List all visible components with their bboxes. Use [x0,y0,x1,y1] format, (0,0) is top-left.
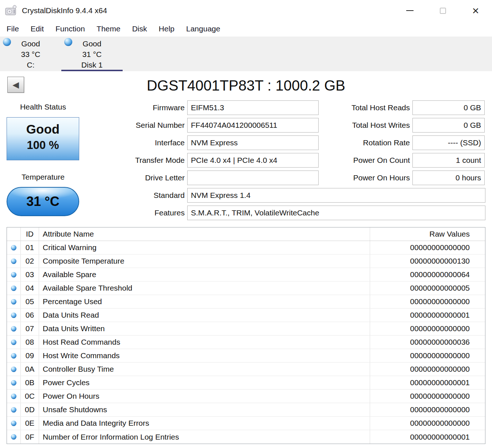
field-value-box: 0 GB [412,100,485,115]
minimize-icon [406,10,414,11]
attribute-raw-value: 00000000000064 [370,268,485,281]
disk-tabbar: Good 33 °C C: Good 31 °C Disk 1 [0,37,492,71]
attribute-id: 03 [21,268,39,281]
attribute-name: Controller Busy Time [39,363,370,376]
status-dot-cell [7,363,21,376]
back-button[interactable]: ◀ [7,77,24,93]
smart-attribute-row[interactable]: 01Critical Warning00000000000000 [7,241,485,254]
smart-attribute-row[interactable]: 0BPower Cycles00000000000001 [7,376,485,390]
field-value-box: ---- (SSD) [412,135,485,150]
field-value-box [187,171,319,185]
menu-theme[interactable]: Theme [91,22,126,35]
status-dot-cell [7,241,21,254]
good-status-icon [11,421,16,426]
smart-attribute-row[interactable]: 07Data Units Written00000000000000 [7,322,485,336]
app-icon [5,5,18,16]
attribute-raw-value: 00000000000005 [370,282,485,295]
smart-attribute-row[interactable]: 05Percentage Used00000000000000 [7,295,485,309]
temperature-label: Temperature [7,173,80,181]
menu-function[interactable]: Function [50,22,91,35]
disk-tab-c[interactable]: Good 33 °C C: [0,37,61,71]
window-title: CrystalDiskInfo 9.4.4 x64 [22,6,107,15]
info-field-row: Power On Hours0 hours [328,171,485,185]
attribute-name: Host Write Commands [39,349,370,362]
attribute-name: Host Read Commands [39,336,370,349]
disk-temperature: 33 °C [0,49,61,60]
attribute-name: Data Units Written [39,322,370,335]
info-field-row: Total Host Writes0 GB [328,118,485,133]
status-dot-cell [7,417,21,430]
status-dot-cell [7,309,21,322]
maximize-button[interactable] [426,0,459,21]
menu-edit[interactable]: Edit [25,22,50,35]
attribute-raw-value: 00000000000000 [370,241,485,254]
status-dot-cell [7,254,21,268]
good-status-icon [64,38,72,46]
disk-name: C: [0,60,61,70]
smart-attribute-row[interactable]: 0DUnsafe Shutdowns00000000000000 [7,403,485,417]
attribute-id: 04 [21,282,39,295]
smart-attribute-row[interactable]: 0CPower On Hours00000000000000 [7,390,485,403]
attribute-id: 07 [21,322,39,335]
field-value-box: S.M.A.R.T., TRIM, VolatileWriteCache [187,206,485,220]
field-label: Serial Number [120,121,185,130]
status-dot-cell [7,268,21,281]
smart-attribute-row[interactable]: 0FNumber of Error Information Log Entrie… [7,430,485,444]
good-status-icon [11,272,16,277]
menu-help[interactable]: Help [153,22,180,35]
smart-attribute-row[interactable]: 09Host Write Commands00000000000000 [7,349,485,363]
attribute-raw-value: 00000000000000 [370,403,485,416]
smart-attribute-row[interactable]: 04Available Spare Threshold0000000000000… [7,282,485,295]
attribute-id: 01 [21,241,39,254]
smart-attribute-row[interactable]: 08Host Read Commands00000000000036 [7,336,485,349]
attribute-raw-value: 00000000000001 [370,309,485,322]
titlebar[interactable]: CrystalDiskInfo 9.4.4 x64 × [0,0,492,21]
smart-attribute-table: ID Attribute Name Raw Values 01Critical … [7,227,485,444]
field-label: Power On Count [328,156,410,165]
attribute-id: 09 [21,349,39,362]
smart-attribute-row[interactable]: 03Available Spare00000000000064 [7,268,485,282]
info-field-row: Total Host Reads0 GB [328,100,485,115]
attribute-raw-value: 00000000000001 [370,430,485,444]
status-column-header [7,227,21,241]
good-status-icon [11,434,16,440]
menu-language[interactable]: Language [180,22,226,35]
field-label: Rotation Rate [328,138,410,147]
status-dot-cell [7,282,21,295]
good-status-icon [11,245,16,250]
attribute-raw-value: 00000000000000 [370,349,485,362]
info-field-row: Rotation Rate---- (SSD) [328,135,485,150]
health-status-label: Health Status [7,103,80,111]
status-dot-cell [7,295,21,308]
smart-attribute-row[interactable]: 0EMedia and Data Integrity Errors0000000… [7,417,485,430]
good-status-icon [11,367,16,372]
attribute-id: 08 [21,336,39,349]
smart-attribute-row[interactable]: 0AController Busy Time00000000000000 [7,363,485,376]
field-label: Power On Hours [328,173,410,182]
smart-attribute-row[interactable]: 06Data Units Read00000000000001 [7,309,485,322]
menu-disk[interactable]: Disk [126,22,153,35]
good-status-icon [11,259,16,264]
attribute-raw-value: 00000000000001 [370,376,485,389]
status-dot-cell [7,376,21,389]
smart-attribute-row[interactable]: 02Composite Temperature00000000000130 [7,254,485,268]
menu-file[interactable]: File [1,22,25,35]
attribute-id: 02 [21,254,39,268]
status-dot-cell [7,336,21,349]
attribute-name-column-header: Attribute Name [39,227,370,241]
close-button[interactable]: × [459,0,492,21]
attribute-id: 0B [21,376,39,389]
attribute-raw-value: 00000000000000 [370,417,485,430]
good-status-icon [11,407,16,413]
field-value-box: NVM Express [187,135,319,150]
status-dot-cell [7,403,21,416]
disk-tab-disk1[interactable]: Good 31 °C Disk 1 [61,37,123,71]
minimize-button[interactable] [393,0,426,21]
field-label: Total Host Writes [328,121,410,130]
drive-title: DGST4001TP83T : 1000.2 GB [0,76,492,95]
attribute-id: 0D [21,403,39,416]
good-status-icon [11,299,16,305]
field-label: Interface [120,138,185,147]
attribute-raw-value: 00000000000000 [370,295,485,308]
attribute-name: Available Spare [39,268,370,281]
